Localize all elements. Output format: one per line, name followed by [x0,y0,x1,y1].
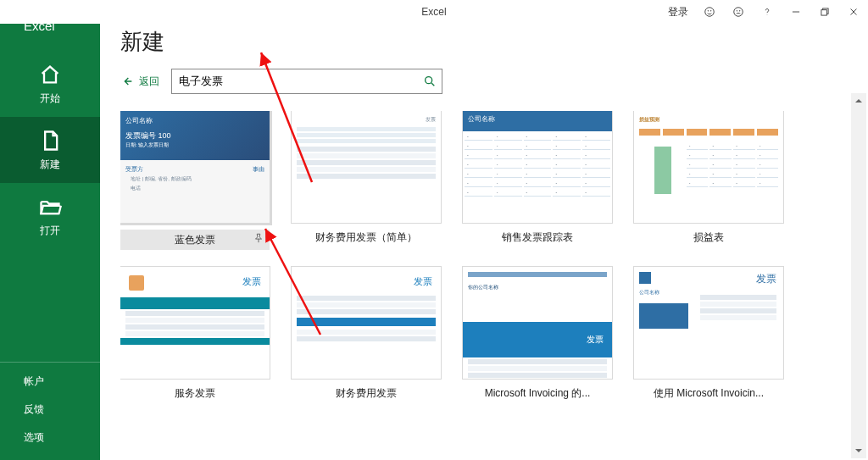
search-icon [423,75,437,88]
search-input[interactable] [171,69,442,94]
window-restore-button[interactable] [810,0,839,24]
nav-open-label: 打开 [40,224,60,238]
preview-text: 损益预测 [639,116,778,124]
sidebar: Excel 开始 新建 打开 帐户 反馈 选项 [0,0,100,460]
template-thumb: 发票 [120,267,270,379]
template-thumb: 公司名称 ----------------------------------- [463,111,612,223]
template-label: 使用 Microsoft Invoicin... [654,386,764,401]
signin-button[interactable]: 登录 [661,0,695,24]
svg-point-5 [739,11,740,12]
preview-text: 日期: 输入发票日期 [125,141,264,149]
titlebar-title: Excel [421,6,446,18]
pin-button[interactable] [253,233,264,247]
scroll-track[interactable] [851,108,866,443]
preview-text: 发票 [414,275,432,288]
template-card[interactable]: 公司名称 发票 使用 Microsoft Invoicin... [634,267,783,401]
template-thumb: 损益预测 -------------------- [634,111,783,223]
template-thumb: 公司名称 发票 [634,267,783,379]
svg-point-6 [767,14,768,15]
svg-point-3 [734,8,743,17]
preview-text: 事由 [253,165,264,174]
back-label: 返回 [139,75,159,89]
nav-bottom: 帐户 反馈 选项 [0,362,100,460]
window-minimize-button[interactable] [782,0,810,24]
svg-rect-8 [821,10,826,15]
nav-new-label: 新建 [40,158,60,172]
template-grid: 公司名称 发票编号 100 日期: 输入发票日期 受票方 事由 地址 | 邮编,… [120,111,848,401]
svg-point-9 [426,77,432,84]
nav-account[interactable]: 帐户 [0,368,100,396]
template-label-row: 蓝色发票 [120,230,270,250]
preview-text: 受票方 [125,165,143,174]
search-row: 返回 [120,69,848,94]
template-card[interactable]: 发票 服务发票 [120,267,270,401]
nav-options[interactable]: 选项 [0,424,100,452]
nav-open[interactable]: 打开 [0,183,100,249]
preview-text: 你的公司名称 [463,282,612,293]
template-thumb: 发票 [292,267,441,379]
template-label: Microsoft Invoicing 的... [485,386,591,401]
template-label: 销售发票跟踪表 [502,230,573,245]
scroll-up-button[interactable] [851,93,866,108]
template-card[interactable]: 公司名称 -----------------------------------… [463,111,612,250]
template-label: 损益表 [693,230,724,245]
template-label: 蓝色发票 [175,233,215,247]
vertical-scrollbar[interactable] [851,93,866,458]
preview-text: 发票 [297,116,436,124]
template-grid-wrap: 公司名称 发票编号 100 日期: 输入发票日期 受票方 事由 地址 | 邮编,… [120,111,848,454]
svg-point-1 [708,11,709,12]
face-sad-icon[interactable] [724,0,753,24]
scroll-down-button[interactable] [851,443,866,458]
folder-open-icon [38,195,62,219]
search-submit[interactable] [417,69,442,94]
template-thumb: 你的公司名称 发票 [463,267,612,379]
template-thumb: 发票 [292,111,441,223]
page-title: 新建 [120,27,848,57]
template-card[interactable]: 损益预测 -------------------- 损益表 [634,111,783,250]
preview-text: 发票编号 100 [125,130,264,141]
svg-point-0 [705,8,715,17]
template-label: 财务费用发票 [336,386,397,401]
preview-text: 发票 [700,272,776,286]
preview-text: 公司名称 [639,289,688,297]
app-root: Excel 登录 Excel 开始 新建 打开 帐户 反馈 选 [0,0,868,460]
template-label: 财务费用发票（简单） [315,230,417,245]
face-smile-icon[interactable] [695,0,724,24]
nav-home-label: 开始 [40,91,60,106]
window-close-button[interactable] [839,0,868,24]
help-icon[interactable] [753,0,782,24]
back-button[interactable]: 返回 [120,75,159,89]
template-card[interactable]: 你的公司名称 发票 Microsoft Invoicing 的... [463,267,612,401]
titlebar-right: 登录 [661,0,868,24]
template-card[interactable]: 公司名称 发票编号 100 日期: 输入发票日期 受票方 事由 地址 | 邮编,… [120,111,270,250]
svg-point-2 [710,11,711,12]
template-label: 服务发票 [175,386,215,401]
arrow-left-icon [120,75,134,88]
template-thumb: 公司名称 发票编号 100 日期: 输入发票日期 受票方 事由 地址 | 邮编,… [120,111,270,223]
search-box [171,69,442,94]
preview-text: 发票 [463,322,612,357]
home-icon [38,63,62,86]
preview-text: 公司名称 [125,116,264,125]
titlebar: Excel 登录 [0,0,868,24]
preview-text: 发票 [242,275,261,288]
nav-home[interactable]: 开始 [0,51,100,117]
template-card[interactable]: 发票 财务费用发票（简单） [292,111,441,250]
nav-feedback[interactable]: 反馈 [0,396,100,424]
template-card[interactable]: 发票 财务费用发票 [292,267,441,401]
nav-new[interactable]: 新建 [0,117,100,183]
preview-text: 公司名称 [463,111,612,131]
main: 新建 返回 公司名称 发票编号 100 [100,0,868,460]
file-new-icon [38,129,62,152]
svg-point-4 [737,11,737,12]
